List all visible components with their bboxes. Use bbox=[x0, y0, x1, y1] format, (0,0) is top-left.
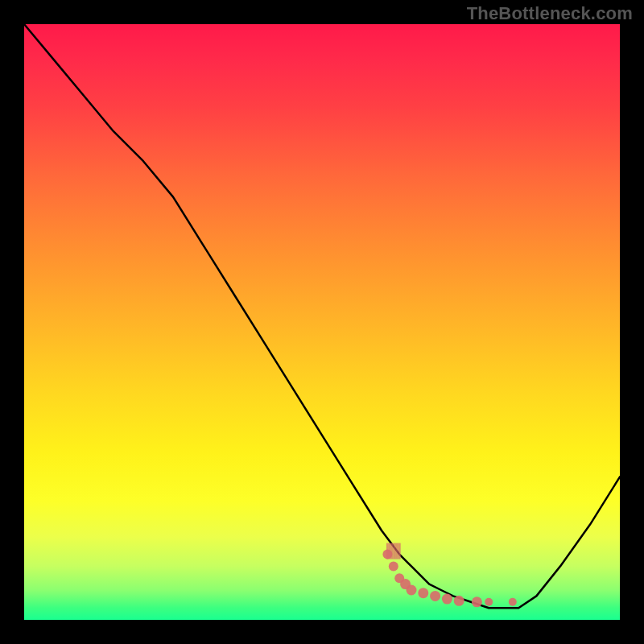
marker-dot bbox=[407, 585, 417, 596]
plot-area bbox=[24, 24, 620, 620]
marker-dot bbox=[389, 561, 398, 571]
chart-frame: TheBottleneck.com bbox=[0, 0, 644, 644]
marker-dot bbox=[442, 594, 452, 605]
marker-dot bbox=[418, 588, 428, 598]
marker-dot bbox=[509, 598, 517, 606]
marker-dot bbox=[382, 550, 392, 559]
marker-dot bbox=[485, 598, 493, 606]
marker-cluster bbox=[382, 543, 516, 608]
marker-dot bbox=[454, 596, 464, 606]
marker-dot bbox=[472, 597, 482, 607]
marker-dot bbox=[430, 591, 440, 601]
curve-layer bbox=[24, 24, 620, 620]
bottleneck-curve bbox=[24, 24, 620, 608]
watermark-text: TheBottleneck.com bbox=[467, 3, 633, 24]
